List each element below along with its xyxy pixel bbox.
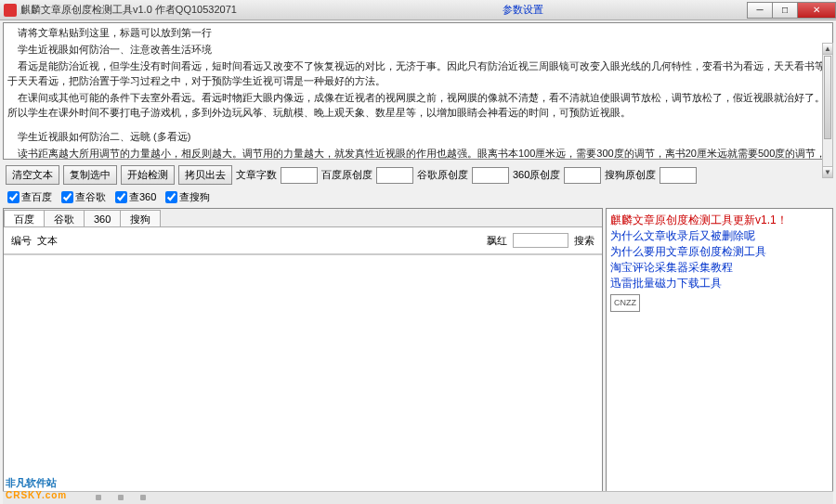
engine-tabs: 百度 谷歌 360 搜狗 [4, 209, 602, 227]
sogou-score-label: 搜狗原创度 [605, 168, 656, 182]
start-button[interactable]: 开始检测 [121, 165, 175, 185]
close-button[interactable]: ✕ [797, 2, 836, 19]
wordcount-field[interactable] [281, 167, 318, 184]
textarea-scrollbar[interactable]: ▲ ▼ [822, 43, 833, 178]
clear-button[interactable]: 清空文本 [6, 165, 59, 185]
google-score-field[interactable] [472, 167, 509, 184]
results-header: 编号 文本 飘红 搜索 [4, 227, 602, 254]
watermark-sub: CRSKY.com [6, 490, 67, 500]
news-item[interactable]: 麒麟文章原创度检测工具更新v1.1！ [610, 213, 829, 228]
toolbar: 清空文本 复制选中 开始检测 拷贝出去 文章字数 百度原创度 谷歌原创度 360… [0, 162, 836, 188]
check-360-box[interactable] [115, 191, 127, 203]
watermark: 非凡软件站 CRSKY.com [6, 476, 67, 500]
red-input[interactable] [513, 233, 568, 248]
minimize-button[interactable]: ─ [747, 2, 773, 19]
tab-baidu[interactable]: 百度 [4, 210, 45, 226]
tab-sogou[interactable]: 搜狗 [120, 210, 161, 226]
news-item[interactable]: 为什么要用文章原创度检测工具 [610, 244, 829, 260]
so360-score-field[interactable] [564, 167, 601, 184]
article-line: 学生近视眼如何防治二、远眺 (多看远) [7, 129, 829, 144]
so360-score-label: 360原创度 [513, 168, 560, 182]
app-icon [4, 4, 17, 17]
titlebar: 麒麟文章原创度检测工具v1.0 作者QQ10532071 参数设置 ─ □ ✕ [0, 0, 836, 20]
maximize-button[interactable]: □ [772, 2, 798, 19]
article-line: 学生近视眼如何防治一、注意改善生活环境 [7, 42, 829, 57]
tab-360[interactable]: 360 [84, 210, 121, 226]
cnzz-badge: CNZZ [610, 294, 640, 312]
tab-google[interactable]: 谷歌 [44, 210, 85, 226]
settings-link[interactable]: 参数设置 [503, 3, 543, 17]
article-line: 读书距离越大所用调节的力量越小，相反则越大。调节用的力量越大，就发真性近视眼的作… [7, 146, 829, 160]
google-score-label: 谷歌原创度 [417, 168, 468, 182]
check-google[interactable]: 查谷歌 [61, 190, 106, 204]
news-item[interactable]: 迅雷批量磁力下载工具 [610, 276, 829, 291]
sogou-score-field[interactable] [660, 167, 697, 184]
news-item[interactable]: 淘宝评论采集器采集教程 [610, 260, 829, 276]
wordcount-label: 文章字数 [236, 168, 277, 182]
check-360[interactable]: 查360 [115, 190, 156, 204]
article-line: 请将文章粘贴到这里，标题可以放到第一行 [7, 25, 829, 40]
results-list[interactable] [4, 254, 602, 500]
check-baidu[interactable]: 查百度 [7, 190, 52, 204]
article-line: 在课间或其他可能的条件下去室外看远。看远时物距大眼内像远，成像在近视者的视网膜之… [7, 90, 829, 120]
check-google-box[interactable] [61, 191, 73, 203]
baidu-score-label: 百度原创度 [321, 168, 372, 182]
article-textarea[interactable]: 请将文章粘贴到这里，标题可以放到第一行 学生近视眼如何防治一、注意改善生活环境 … [3, 22, 833, 160]
col-search: 搜索 [574, 234, 594, 248]
check-sogou[interactable]: 查搜狗 [165, 190, 210, 204]
watermark-main: 非凡软件站 [6, 477, 57, 488]
baidu-score-field[interactable] [376, 167, 413, 184]
window-title: 麒麟文章原创度检测工具v1.0 作者QQ10532071 [20, 3, 503, 17]
col-text: 文本 [37, 234, 58, 248]
scroll-down-icon[interactable]: ▼ [823, 166, 832, 177]
check-baidu-box[interactable] [7, 191, 20, 203]
window-controls: ─ □ ✕ [748, 2, 836, 19]
article-line: 看远是能防治近视，但学生没有时间看远，短时间看远又改变不了恢复视远的对比，无济于… [7, 58, 829, 88]
col-red: 飘红 [487, 234, 507, 248]
news-panel: 麒麟文章原创度检测工具更新v1.1！ 为什么文章收录后又被删除呢 为什么要用文章… [606, 208, 833, 501]
status-bar [3, 491, 833, 504]
scroll-thumb[interactable] [824, 56, 831, 139]
scroll-up-icon[interactable]: ▲ [823, 44, 832, 55]
news-item[interactable]: 为什么文章收录后又被删除呢 [610, 228, 829, 244]
results-panel: 百度 谷歌 360 搜狗 编号 文本 飘红 搜索 [3, 208, 603, 501]
col-id: 编号 [11, 234, 32, 248]
copy-button[interactable]: 复制选中 [63, 165, 117, 185]
engine-checkboxes: 查百度 查谷歌 查360 查搜狗 [0, 188, 836, 208]
check-sogou-box[interactable] [165, 191, 177, 203]
export-button[interactable]: 拷贝出去 [178, 165, 232, 185]
